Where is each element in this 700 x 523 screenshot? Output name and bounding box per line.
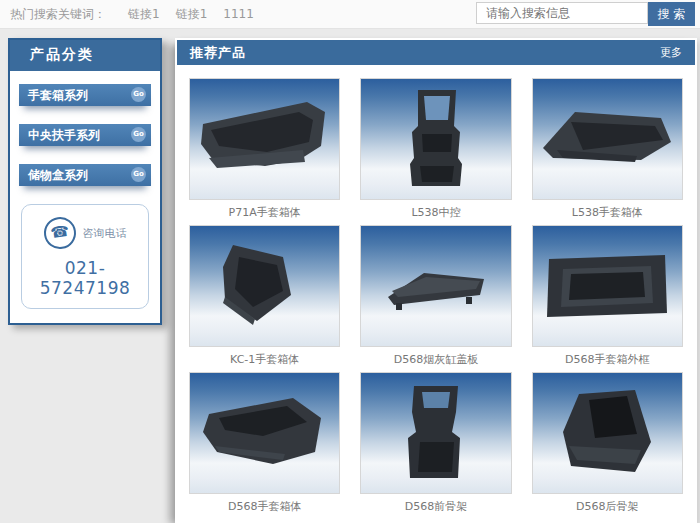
product-card: D568前骨架 (360, 372, 511, 513)
topbar: 热门搜索关键词：链接1链接11111 搜 索 (0, 0, 700, 29)
sidebar-item-label: 储物盒系列 (28, 168, 88, 182)
phone-icon: ☎ (41, 215, 77, 251)
product-caption[interactable]: D568手套箱体 (189, 500, 340, 513)
product-caption[interactable]: L538手套箱体 (532, 206, 683, 219)
product-card: L538中控 (360, 78, 511, 219)
product-image[interactable] (189, 78, 340, 200)
product-card: D568烟灰缸盖板 (360, 225, 511, 366)
section-header: 推荐产品 更多 (177, 40, 695, 65)
product-caption[interactable]: P71A手套箱体 (189, 206, 340, 219)
product-caption[interactable]: D568前骨架 (360, 500, 511, 513)
sidebar-item-label: 中央扶手系列 (28, 128, 100, 142)
search-bar: 搜 索 (476, 2, 695, 26)
sidebar-items: 手套箱系列Go中央扶手系列Go储物盒系列Go (10, 71, 160, 186)
product-card: D568后骨架 (532, 372, 683, 513)
product-caption[interactable]: D568手套箱外框 (532, 353, 683, 366)
product-card: L538手套箱体 (532, 78, 683, 219)
product-image[interactable] (532, 78, 683, 200)
product-card: KC-1手套箱体 (189, 225, 340, 366)
topbar-link[interactable]: 链接1 (128, 7, 160, 21)
sidebar-item-label: 手套箱系列 (28, 88, 88, 102)
product-caption[interactable]: L538中控 (360, 206, 511, 219)
phone-label: 咨询电话 (83, 226, 127, 241)
sidebar-item-2[interactable]: 储物盒系列Go (19, 164, 151, 186)
topbar-link[interactable]: 1111 (223, 7, 254, 21)
product-caption[interactable]: D568烟灰缸盖板 (360, 353, 511, 366)
hot-keywords: 热门搜索关键词：链接1链接11111 (10, 0, 254, 28)
go-icon[interactable]: Go (131, 167, 146, 182)
product-caption[interactable]: D568后骨架 (532, 500, 683, 513)
product-image[interactable] (189, 225, 340, 347)
sidebar-title: 产品分类 (10, 40, 160, 71)
phone-number: 021-57247198 (26, 258, 144, 298)
section-title: 推荐产品 (190, 44, 246, 62)
product-grid: P71A手套箱体L538中控L538手套箱体KC-1手套箱体D568烟灰缸盖板D… (177, 65, 695, 519)
content-panel: 推荐产品 更多 P71A手套箱体L538中控L538手套箱体KC-1手套箱体D5… (175, 38, 697, 523)
topbar-link[interactable]: 链接1 (176, 7, 208, 21)
sidebar: 产品分类 手套箱系列Go中央扶手系列Go储物盒系列Go ☎ 咨询电话 021-5… (8, 38, 162, 325)
phone-card: ☎ 咨询电话 021-57247198 (21, 204, 149, 309)
sidebar-item-1[interactable]: 中央扶手系列Go (19, 124, 151, 146)
search-button[interactable]: 搜 索 (648, 2, 695, 26)
product-image[interactable] (360, 78, 511, 200)
product-image[interactable] (532, 372, 683, 494)
product-image[interactable] (360, 225, 511, 347)
product-image[interactable] (360, 372, 511, 494)
go-icon[interactable]: Go (131, 87, 146, 102)
product-card: D568手套箱外框 (532, 225, 683, 366)
go-icon[interactable]: Go (131, 127, 146, 142)
product-image[interactable] (532, 225, 683, 347)
product-image[interactable] (189, 372, 340, 494)
sidebar-item-0[interactable]: 手套箱系列Go (19, 84, 151, 106)
search-input[interactable] (476, 2, 648, 24)
product-caption[interactable]: KC-1手套箱体 (189, 353, 340, 366)
hot-keywords-label: 热门搜索关键词： (10, 7, 106, 21)
more-link[interactable]: 更多 (660, 45, 682, 60)
product-card: P71A手套箱体 (189, 78, 340, 219)
product-card: D568手套箱体 (189, 372, 340, 513)
